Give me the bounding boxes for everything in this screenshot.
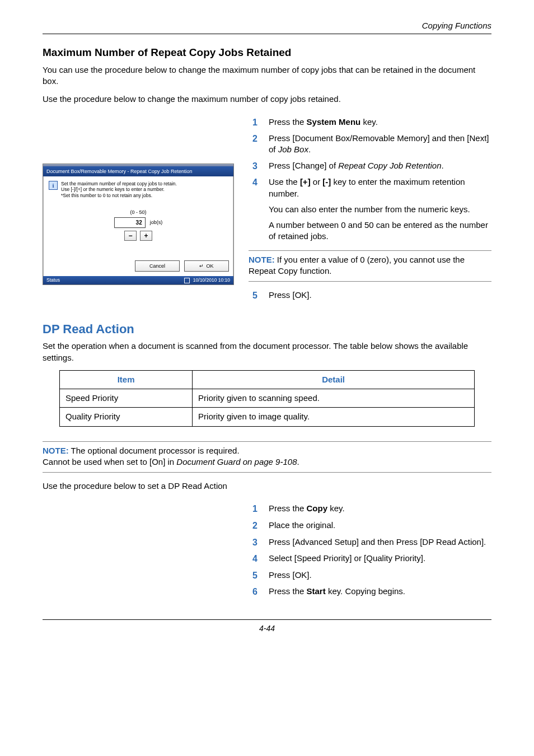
section1-para2: Use the procedure below to change the ma… [43,94,491,105]
plus-button[interactable]: + [140,231,152,241]
para-dp-read: Use the procedure below to set a DP Read… [43,480,491,492]
dp-step-5: 5 Press [OK]. [249,570,491,582]
dp-step-1: 1 Press the Copy key. [249,503,491,515]
minus-button[interactable]: − [124,231,137,241]
dialog-window: Document Box/Removable Memory - Repeat C… [43,164,234,286]
table-row: Speed Priority Priority given to scannin… [60,389,475,408]
step-5: 5 Press [OK]. [249,290,491,302]
dialog-value[interactable]: 32 [114,217,146,228]
settings-table: Item Detail Speed Priority Priority give… [59,370,475,427]
section2-title: DP Read Action [43,321,491,338]
dp-step-3: 3 Press [Advanced Setup] and then Press … [249,536,491,549]
step-2: 2 Press [Document Box/Removable Memory] … [249,133,491,156]
cancel-button[interactable]: Cancel [135,260,180,272]
dialog-title: Document Box/Removable Memory - Repeat C… [43,166,233,176]
note-box-2: NOTE: The optional document processor is… [43,441,491,473]
dialog-info-text: Set the maximum number of repeat copy jo… [61,181,177,199]
status-timestamp: 10/10/2010 10:10 [193,277,230,283]
dp-step-4: 4 Select [Speed Priority] or [Quality Pr… [249,553,491,565]
header-rule [43,34,491,34]
step-3: 3 Press [Change] of Repeat Copy Job Rete… [249,160,491,172]
page-number: 4-44 [43,623,491,634]
section1-title: Maximum Number of Repeat Copy Jobs Retai… [43,45,491,60]
ok-button[interactable]: ↵ OK [184,260,229,272]
th-detail: Detail [193,370,475,389]
status-icon [184,278,190,283]
note-box-1: NOTE: If you enter a value of 0 (zero), … [249,250,491,282]
section1-para1: You can use the procedure below to chang… [43,64,491,87]
dialog-range: (0 - 50) [130,209,146,216]
running-header: Copying Functions [43,20,491,31]
dp-step-6: 6 Press the Start key. Copying begins. [249,586,491,598]
table-row: Quality Priority Priority given to image… [60,408,475,426]
footer-rule [43,619,491,620]
dialog-unit: job(s) [150,219,163,226]
step-4: 4 Use the [+] or [-] key to enter the ma… [249,176,491,242]
th-item: Item [60,370,193,389]
section2-para: Set the operation when a document is sca… [43,340,491,363]
step-1: 1 Press the System Menu key. [249,116,491,129]
dp-step-2: 2 Place the original. [249,520,491,532]
info-icon: i [49,181,58,190]
status-label: Status [46,277,60,283]
